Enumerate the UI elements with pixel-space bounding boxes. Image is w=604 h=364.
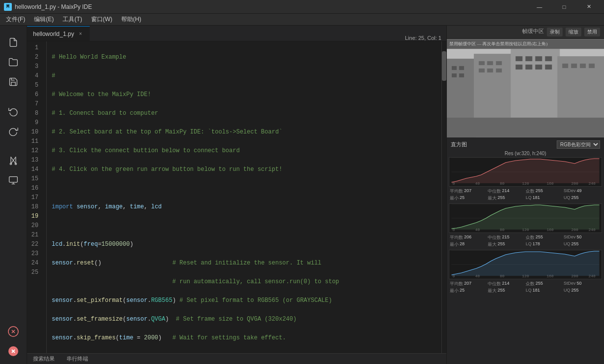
svg-text:禁用帧缓中区 — 再次单击禁用按钮以启用(右上角): 禁用帧缓中区 — 再次单击禁用按钮以启用(右上角) xyxy=(449,41,547,46)
menu-file[interactable]: 文件(F) xyxy=(2,14,29,25)
shrink-button[interactable]: 缩放 xyxy=(566,28,581,36)
record-button[interactable]: 录制 xyxy=(547,28,563,36)
sidebar-icon-stop[interactable] xyxy=(4,323,22,340)
menu-bar: 文件(F) 编辑(E) 工具(T) 窗口(W) 帮助(H) xyxy=(0,14,604,26)
tab-search-results[interactable]: 搜索结果 xyxy=(31,354,57,364)
histogram-header: 直方图 RGB色彩空间 灰度 xyxy=(449,139,602,150)
svg-rect-37 xyxy=(526,65,533,69)
svg-rect-38 xyxy=(535,65,542,69)
svg-rect-32 xyxy=(516,56,523,61)
svg-rect-40 xyxy=(562,64,568,68)
histogram-stats-red: 平均数207 中位数214 众数255 StDev49 最小25 最大255 L… xyxy=(449,188,602,202)
svg-rect-44 xyxy=(447,118,604,137)
camera-feed-svg: 禁用帧缓中区 — 再次单击禁用按钮以启用(右上角) xyxy=(447,39,604,137)
minimize-button[interactable]: — xyxy=(528,0,551,14)
svg-rect-24 xyxy=(452,73,457,77)
svg-rect-41 xyxy=(571,64,577,68)
sidebar-icon-undo[interactable] xyxy=(4,102,22,120)
svg-rect-29 xyxy=(479,68,485,72)
editor-content: 1234567891011121314151617181920212223242… xyxy=(27,41,446,353)
sidebar-icon-redo[interactable] xyxy=(4,122,22,140)
bottom-tabs: 搜索结果 串行终端 xyxy=(27,353,446,364)
tab-bar: helloworld_1.py × Line: 25, Col: 1 xyxy=(27,26,446,41)
window-title: helloworld_1.py - MaixPy IDE xyxy=(15,3,92,10)
editor-scrollbar[interactable] xyxy=(441,41,446,353)
histogram-chart-green: 0 40 80 120 160 200 240 xyxy=(449,203,602,233)
tab-filename: helloworld_1.py xyxy=(33,31,74,37)
menu-edit[interactable]: 编辑(E) xyxy=(30,14,58,25)
svg-rect-6 xyxy=(9,177,18,183)
main-layout: helloworld_1.py × Line: 25, Col: 1 12345… xyxy=(0,26,604,364)
sidebar-icon-cut[interactable] xyxy=(4,152,22,169)
menu-window[interactable]: 窗口(W) xyxy=(87,14,116,25)
editor-tab[interactable]: helloworld_1.py × xyxy=(27,26,90,41)
title-bar: M helloworld_1.py - MaixPy IDE — □ ✕ xyxy=(0,0,604,14)
svg-rect-42 xyxy=(580,64,586,68)
histogram-chart-red: 0 40 80 120 160 200 240 xyxy=(449,157,602,187)
svg-rect-36 xyxy=(516,65,523,69)
svg-rect-26 xyxy=(479,61,485,65)
panel-toolbar: 帧缓中区 录制 缩放 禁用 xyxy=(447,26,604,39)
svg-rect-31 xyxy=(496,68,502,72)
menu-tools[interactable]: 工具(T) xyxy=(59,14,86,25)
sidebar-icon-folder[interactable] xyxy=(4,53,22,71)
histogram-section: 直方图 RGB色彩空间 灰度 Res (w:320, h:240) 0 40 8 xyxy=(447,137,604,364)
svg-rect-43 xyxy=(589,64,595,68)
buffer-label: 帧缓中区 xyxy=(522,28,544,36)
camera-view: 禁用帧缓中区 — 再次单击禁用按钮以启用(右上角) xyxy=(447,39,604,137)
histogram-chart-blue: 0 40 80 120 160 200 240 xyxy=(449,250,602,279)
line-numbers: 1234567891011121314151617181920212223242… xyxy=(27,41,47,353)
code-editor[interactable]: # Hello World Example # # Welcome to the… xyxy=(47,41,441,353)
sidebar-icon-file[interactable] xyxy=(4,33,22,51)
svg-rect-35 xyxy=(545,56,552,61)
sidebar-icon-board[interactable] xyxy=(4,171,22,189)
right-panel: 帧缓中区 录制 缩放 禁用 xyxy=(446,26,604,364)
left-sidebar xyxy=(0,26,27,364)
app-icon: M xyxy=(4,3,12,11)
histogram-res: Res (w:320, h:240) xyxy=(449,151,602,156)
svg-rect-27 xyxy=(487,61,493,65)
histogram-stats-green: 平均数206 中位数215 众数255 StDev50 最小28 最大255 L… xyxy=(449,234,602,248)
svg-rect-33 xyxy=(526,56,533,61)
tab-close-button[interactable]: × xyxy=(77,31,84,37)
color-space-select[interactable]: RGB色彩空间 灰度 xyxy=(557,140,600,149)
sidebar-icon-save[interactable] xyxy=(4,73,22,91)
svg-rect-34 xyxy=(535,56,542,61)
svg-rect-22 xyxy=(452,66,457,70)
svg-rect-25 xyxy=(459,73,464,77)
window-controls: — □ ✕ xyxy=(528,0,600,14)
svg-rect-28 xyxy=(496,61,502,65)
svg-rect-39 xyxy=(545,65,552,69)
cursor-position: Line: 25, Col: 1 xyxy=(405,35,441,41)
menu-help[interactable]: 帮助(H) xyxy=(117,14,145,25)
tab-serial-terminal[interactable]: 串行终端 xyxy=(65,354,90,364)
svg-rect-30 xyxy=(487,68,493,72)
histogram-title: 直方图 xyxy=(451,141,467,148)
histogram-stats-blue: 平均数207 中位数214 众数255 StDev50 最小25 最大255 L… xyxy=(449,280,602,295)
scrollbar-thumb xyxy=(442,51,446,81)
svg-rect-23 xyxy=(459,66,464,70)
close-button[interactable]: ✕ xyxy=(577,0,600,14)
disable-button[interactable]: 禁用 xyxy=(584,28,600,36)
maximize-button[interactable]: □ xyxy=(553,0,575,14)
sidebar-icon-error[interactable] xyxy=(4,342,22,360)
